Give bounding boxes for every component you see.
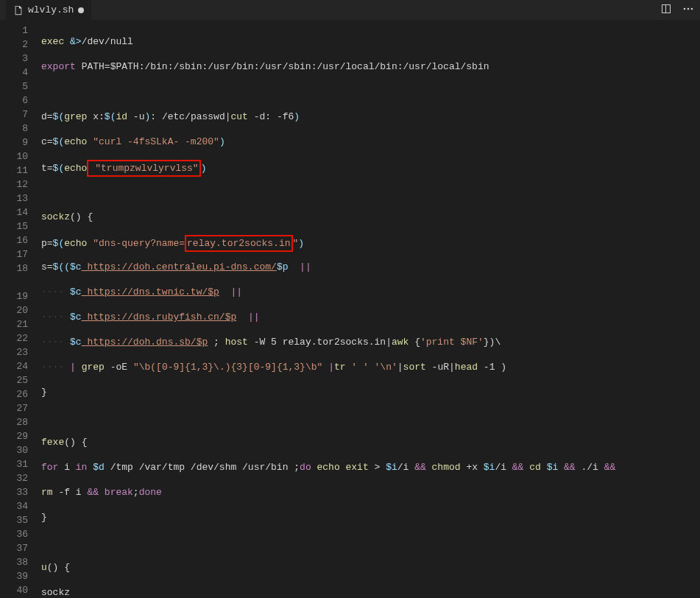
line-number: 24	[0, 359, 28, 373]
line-number: 25	[0, 373, 28, 387]
more-icon[interactable]	[682, 3, 694, 18]
line-number: 23	[0, 345, 28, 359]
line-number: 38	[0, 555, 28, 569]
titlebar: wlvly.sh	[0, 0, 700, 21]
line-number: 34	[0, 499, 28, 513]
line-number: 28	[0, 415, 28, 429]
line-number: 39	[0, 569, 28, 583]
line-number: 27	[0, 401, 28, 415]
editor[interactable]: 1 2 3 4 5 6 7 8 9 10 11 12 13 14 15 16 1…	[0, 21, 700, 598]
line-number: 1	[0, 24, 28, 38]
line-number: 20	[0, 303, 28, 317]
line-number: 9	[0, 136, 28, 150]
line-number: 21	[0, 317, 28, 331]
tab-filename: wlvly.sh	[28, 4, 74, 15]
highlight-box: "trumpzwlvlyrvlss"	[87, 160, 200, 177]
line-number: 2	[0, 38, 28, 52]
svg-point-2	[691, 7, 693, 10]
line-number: 29	[0, 429, 28, 443]
line-number: 14	[0, 205, 28, 219]
line-number: 19	[0, 289, 28, 303]
highlight-box: relay.tor2socks.in	[185, 235, 292, 252]
line-number: 30	[0, 443, 28, 457]
line-number: 4	[0, 66, 28, 80]
svg-point-0	[684, 7, 686, 10]
file-tab[interactable]: wlvly.sh	[6, 0, 91, 21]
line-number: 11	[0, 163, 28, 177]
line-number: 17	[0, 247, 28, 261]
line-number: 12	[0, 177, 28, 191]
line-number: 18	[0, 261, 28, 275]
line-number: 16	[0, 233, 28, 247]
line-number: 35	[0, 513, 28, 527]
line-number: 31	[0, 457, 28, 471]
line-number: 32	[0, 471, 28, 485]
line-number: 36	[0, 527, 28, 541]
line-number: 6	[0, 94, 28, 108]
split-editor-icon[interactable]	[660, 3, 672, 18]
titlebar-actions	[660, 3, 694, 18]
line-number: 7	[0, 108, 28, 122]
line-number: 3	[0, 52, 28, 66]
code-area[interactable]: exec &>/dev/null export PATH=$PATH:/bin:…	[41, 21, 700, 598]
file-icon	[13, 5, 24, 15]
line-number: 22	[0, 331, 28, 345]
line-number: 10	[0, 150, 28, 163]
line-number: 26	[0, 387, 28, 401]
line-number: 15	[0, 219, 28, 233]
line-number: 5	[0, 80, 28, 94]
line-number: 40	[0, 583, 28, 597]
line-number: 8	[0, 122, 28, 136]
line-number: 37	[0, 541, 28, 555]
svg-point-1	[687, 7, 690, 10]
line-number-gutter: 1 2 3 4 5 6 7 8 9 10 11 12 13 14 15 16 1…	[0, 21, 41, 598]
unsaved-dot-icon	[78, 7, 84, 13]
line-number	[0, 275, 28, 289]
line-number: 13	[0, 191, 28, 205]
line-number: 33	[0, 485, 28, 499]
